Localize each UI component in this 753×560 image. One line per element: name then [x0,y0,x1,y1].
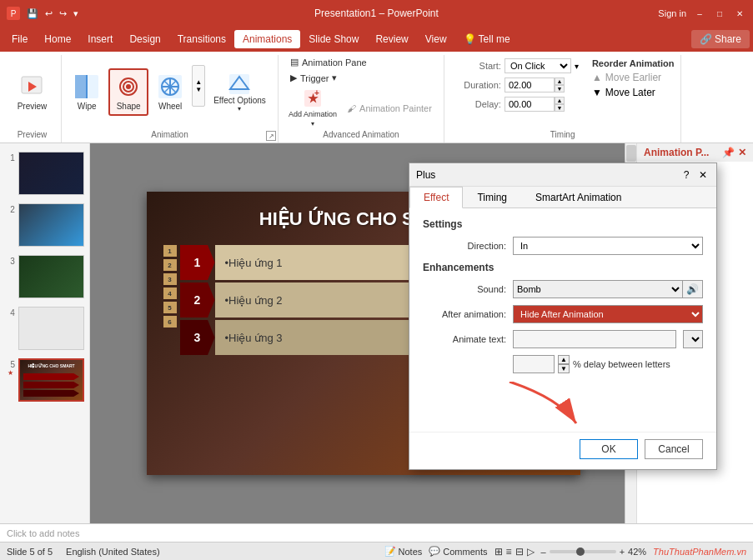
slide-thumb-2[interactable]: 2 [3,202,86,248]
move-later-icon: ▼ [592,87,602,98]
more-animations-btn[interactable]: ▲ ▼ [192,65,205,120]
anim-panel-title: Animation P... [644,147,709,158]
svg-point-8 [126,84,131,89]
dialog-close-btn[interactable]: ✕ [696,168,710,182]
svg-text:+: + [314,89,319,98]
animation-group-expand[interactable]: ↗ [266,131,276,141]
tab-effect[interactable]: Effect [409,187,463,208]
dialog-titlebar: Plus ? ✕ [409,163,716,187]
animation-group-label: Animation [62,130,278,139]
slide-num-3: 3 [5,257,15,266]
slide-img-1 [18,152,84,195]
customize-btn[interactable]: ▾ [72,7,80,21]
anim-text-label: Animate text: [423,334,506,344]
language-status: English (United States) [66,547,160,557]
status-bar: Slide 5 of 5 English (United States) 📝 N… [0,542,753,560]
sound-select[interactable]: Bomb None [513,280,683,298]
ribbon: Preview Preview Wipe [0,52,753,143]
status-right: 📝 Notes 💬 Comments ⊞ ≡ ⊟ ▷ – + 42% ThuTh… [384,546,746,558]
percent-down[interactable]: ▼ [558,364,570,373]
redo-btn[interactable]: ↪ [58,7,68,21]
delay-input[interactable] [505,97,555,112]
ok-button[interactable]: OK [580,439,638,459]
timing-group-label: Timing [444,130,681,139]
add-animation-btn[interactable]: ★ + Add Animation ▾ [285,87,340,129]
animation-wheel-btn[interactable]: Wheel [152,70,188,114]
save-btn[interactable]: 💾 [25,7,40,21]
title-bar-left: P 💾 ↩ ↪ ▾ [7,7,80,21]
menu-design[interactable]: Design [121,30,168,48]
tab-timing[interactable]: Timing [463,187,521,208]
slide-thumb-3[interactable]: 3 [3,253,86,300]
minimize-btn[interactable]: – [693,8,706,18]
slide-panel: 1 2 3 4 5 ★ [0,143,90,523]
undo-btn[interactable]: ↩ [43,7,54,21]
duration-down[interactable]: ▼ [555,85,565,92]
zoom-out-btn[interactable]: – [541,547,546,557]
anim-text-select[interactable] [683,330,703,348]
view-buttons: ⊞ ≡ ⊟ ▷ [494,546,535,558]
row-badge-2: 2 [163,259,177,271]
direction-select[interactable]: In Out [513,237,703,255]
slide-thumb-1[interactable]: 1 [3,150,86,197]
animation-wipe-btn[interactable]: Wipe [68,70,105,114]
slide-img-3 [18,255,84,298]
maximize-btn[interactable]: □ [713,8,726,18]
animation-painter-btn[interactable]: 🖌 Animation Painter [342,102,437,115]
sound-control: Bomb None 🔊 [513,280,703,298]
menu-slideshow[interactable]: Slide Show [300,30,367,48]
dialog-help-btn[interactable]: ? [680,168,693,182]
reading-view-btn[interactable]: ▷ [527,546,535,558]
normal-view-btn[interactable]: ⊞ [494,546,503,558]
trigger-btn[interactable]: ▶ Trigger ▾ [285,71,342,85]
preview-group-label: Preview [3,130,61,139]
tab-smartart[interactable]: SmartArt Animation [521,187,635,208]
sorter-view-btn[interactable]: ⊟ [515,546,524,558]
start-dropdown[interactable]: On Click With Previous After Previous [505,58,571,73]
menu-view[interactable]: View [417,30,455,48]
close-btn[interactable]: ✕ [733,8,746,18]
item-num-1: 1 [180,245,215,280]
effect-options-btn[interactable]: Effect Options ▾ [208,69,271,116]
notes-btn[interactable]: 📝 Notes [384,546,423,557]
start-arrow[interactable]: ▾ [575,62,579,71]
animation-shape-btn[interactable]: Shape [108,68,148,116]
menu-insert[interactable]: Insert [79,30,121,48]
anim-panel-close[interactable]: ✕ [738,147,746,158]
zoom-slider[interactable] [550,550,616,553]
preview-button[interactable]: Preview [13,70,53,114]
percent-up[interactable]: ▲ [558,355,570,364]
slide-thumb-5[interactable]: 5 ★ HIỆU ỨNG CHO SMART [3,357,86,403]
anim-panel-pin[interactable]: 📌 [722,147,735,158]
delay-spin: ▲ ▼ [555,97,565,112]
after-anim-select[interactable]: Hide After Animation Don't Dim Hide on N… [513,305,703,323]
menu-animations[interactable]: Animations [234,30,300,48]
move-earlier-icon: ▲ [592,72,602,83]
duration-input[interactable] [505,78,555,92]
wipe-icon [73,73,100,100]
scroll-thumb[interactable] [626,145,636,162]
duration-up[interactable]: ▲ [555,78,565,85]
menu-home[interactable]: Home [36,30,79,48]
ribbon-group-advanced: ▤ Animation Pane ▶ Trigger ▾ ★ + [279,55,444,142]
comments-btn[interactable]: 💬 Comments [429,546,487,557]
settings-section-label: Settings [423,218,703,230]
menu-tellme[interactable]: 💡 Tell me [455,30,519,48]
zoom-in-btn[interactable]: + [620,547,625,557]
slide-thumb-4[interactable]: 4 [3,305,86,352]
delay-down[interactable]: ▼ [555,104,565,112]
menu-transitions[interactable]: Transitions [169,30,234,48]
sound-play-btn[interactable]: 🔊 [683,280,703,298]
advanced-group-label: Advanced Animation [279,130,444,139]
animation-pane-btn[interactable]: ▤ Animation Pane [285,55,372,69]
outline-view-btn[interactable]: ≡ [506,546,512,558]
move-later-btn[interactable]: ▼ Move Later [592,87,675,98]
cancel-button[interactable]: Cancel [645,439,703,459]
move-earlier-btn[interactable]: ▲ Move Earlier [592,72,675,83]
notes-icon: 📝 [384,546,396,557]
share-btn[interactable]: 🔗 Share [691,30,750,48]
delay-up[interactable]: ▲ [555,97,565,104]
menu-file[interactable]: File [3,30,36,48]
menu-review[interactable]: Review [367,30,416,48]
signin-btn[interactable]: Sign in [658,8,686,18]
